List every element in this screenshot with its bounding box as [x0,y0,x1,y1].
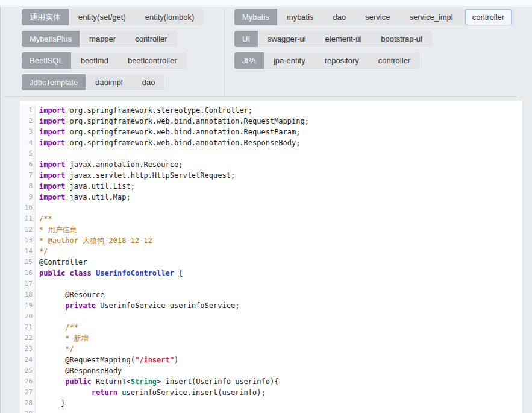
code-line: 14*/ [20,246,522,257]
code-line-text: import javax.servlet.http.HttpServletReq… [36,170,235,181]
group-label-button[interactable]: JPA [234,52,264,69]
template-item-button[interactable]: dao [326,9,354,25]
line-number: 13 [20,235,36,246]
code-line: 12* 用户信息 [20,224,522,235]
code-line-text: @Controller [36,257,87,268]
code-line-text [36,311,39,322]
template-item-button[interactable]: swagger-ui [260,31,313,47]
code-line-text: * @author 大狼狗 2018-12-12 [36,235,152,246]
template-item-button[interactable]: controller [128,31,174,47]
code-line-text: import org.springframework.web.bind.anno… [36,137,301,148]
line-number: 3 [20,127,36,137]
template-group-row: JdbcTemplatedaoimpldao [22,74,224,90]
code-line-text: public ReturnT<String> insert(Userinfo u… [36,376,278,387]
code-line-text: import org.springframework.web.bind.anno… [36,116,309,127]
code-line: 17 [20,279,522,289]
group-label-button[interactable]: UI [234,31,258,47]
template-group-row: BeetlSQLbeetlmdbeetlcontroller [22,52,224,69]
line-number: 23 [20,344,36,355]
code-line: 5 [20,148,522,159]
code-line-text: */ [36,344,74,355]
line-number: 2 [20,116,36,127]
code-line-text: /** [36,213,52,224]
template-item-button[interactable]: controller [371,52,418,69]
template-group: JPAjpa-entityrepositorycontroller [234,52,420,69]
template-item-button[interactable]: jpa-entity [266,52,313,69]
code-line: 7import javax.servlet.http.HttpServletRe… [20,170,522,181]
group-label-button[interactable]: 通用实体 [22,9,69,25]
code-line-text [36,279,39,289]
group-label-button[interactable]: MybatisPlus [22,31,80,47]
code-line-text [36,148,39,159]
code-line-text: import org.springframework.web.bind.anno… [36,127,301,137]
code-line: 11/** [20,213,522,224]
code-line-text: @RequestMapping("/insert") [36,355,178,365]
line-number: 24 [20,355,36,365]
template-item-button[interactable]: dao [135,74,163,90]
code-line: 23 */ [20,344,522,355]
line-number: 26 [20,376,36,387]
group-label-button[interactable]: Mybatis [234,9,277,25]
code-line: 16public class UserinfoController { [20,268,522,279]
code-line: 18 @Resource [20,289,522,300]
template-item-button[interactable]: controller [465,9,512,25]
code-line: 3import org.springframework.web.bind.ann… [20,127,522,137]
code-line-text: import org.springframework.stereotype.Co… [36,105,252,116]
template-item-button[interactable]: service [358,9,397,25]
template-group: JdbcTemplatedaoimpldao [22,74,164,90]
line-number: 28 [20,398,36,409]
code-line-text: } [36,398,65,409]
line-number: 15 [20,257,36,268]
template-item-button[interactable]: mybatis [280,9,321,25]
code-line: 8import java.util.List; [20,181,522,192]
code-editor: 1import org.springframework.stereotype.C… [20,101,522,413]
line-number: 17 [20,279,36,289]
code-line: 2import org.springframework.web.bind.ann… [20,116,522,127]
code-line: 19 private UserinfoService userinfoServi… [20,300,522,311]
template-group: BeetlSQLbeetlmdbeetlcontroller [22,52,187,69]
line-number: 8 [20,181,36,192]
code-line: 21 /** [20,322,522,333]
line-number: 18 [20,289,36,300]
line-number: 16 [20,268,36,279]
template-item-button[interactable]: service_impl [402,9,460,25]
code-line: 1import org.springframework.stereotype.C… [20,105,522,116]
template-item-button[interactable]: beetlcontroller [120,52,184,69]
template-item-button[interactable]: daoimpl [88,74,130,90]
line-number: 5 [20,148,36,159]
line-number: 4 [20,137,36,148]
template-item-button[interactable]: mapper [82,31,123,47]
template-group-row: JPAjpa-entityrepositorycontroller [234,52,532,69]
code-line-text: * 用户信息 [36,224,77,235]
code-line-text [36,203,39,213]
template-group: 通用实体entity(set/get)entity(lombok) [22,9,204,25]
group-label-button[interactable]: BeetlSQL [22,52,71,69]
template-item-button[interactable]: beetlmd [74,52,116,69]
code-line: 10 [20,203,522,213]
code-line-text [36,409,39,413]
code-line-text: /** [36,322,78,333]
code-line-text: return userinfoService.insert(userinfo); [36,387,266,398]
template-item-button[interactable]: repository [318,52,366,69]
code-line-text: public class UserinfoController { [36,268,183,279]
template-item-button[interactable]: element-ui [318,31,369,47]
template-toolbar: 通用实体entity(set/get)entity(lombok)Mybatis… [1,6,532,97]
template-group: MybatisPlusmappercontroller [22,31,177,47]
line-number: 10 [20,203,36,213]
code-line: 4import org.springframework.web.bind.ann… [20,137,522,148]
line-number: 11 [20,213,36,224]
line-number: 20 [20,311,36,322]
line-number: 25 [20,365,36,376]
code-line: 28 } [20,398,522,409]
line-number: 9 [20,192,36,203]
group-label-button[interactable]: JdbcTemplate [22,74,86,90]
code-line-text: @Resource [36,289,104,300]
line-number: 1 [20,105,36,116]
code-line: 25 @ResponseBody [20,365,522,376]
line-number: 27 [20,387,36,398]
template-item-button[interactable]: bootstrap-ui [374,31,430,47]
template-item-button[interactable]: entity(lombok) [138,9,202,25]
template-group-row: MybatisPlusmappercontroller [22,31,224,47]
template-item-button[interactable]: entity(set/get) [71,9,133,25]
template-group: Mybatismybatisdaoserviceservice_implcont… [234,9,514,25]
